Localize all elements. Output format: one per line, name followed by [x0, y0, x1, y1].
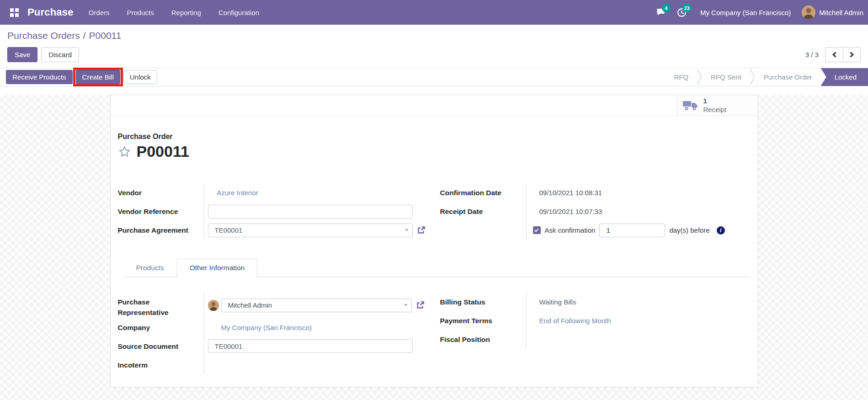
confirmation-date-label: Confirmation Date — [440, 183, 526, 202]
unlock-button[interactable]: Unlock — [123, 70, 157, 84]
confirmation-date-value: 09/10/2021 10:08:31 — [530, 189, 602, 197]
app-brand[interactable]: Purchase — [27, 6, 74, 18]
purchase-representative-label: Purchase Representative — [118, 293, 204, 318]
status-separator-icon — [697, 68, 702, 86]
user-menu[interactable]: Mitchell Admin — [802, 5, 863, 19]
pager-previous-button[interactable] — [825, 47, 843, 62]
pager — [825, 47, 861, 62]
billing-status-label: Billing Status — [440, 293, 526, 311]
favorite-star-icon[interactable] — [118, 145, 131, 158]
chevron-left-icon — [832, 52, 838, 58]
company-value-link[interactable]: My Company (San Francisco) — [208, 324, 312, 331]
receipt-date-value: 09/10/2021 10:07:33 — [530, 208, 602, 215]
notebook-tabs: Products Other Information — [123, 259, 751, 277]
other-information-pane: Purchase Representative — [118, 293, 751, 374]
statusbar: RFQ RFQ Sent Purchase Order Locked — [665, 68, 868, 86]
ask-confirmation-checkbox[interactable] — [533, 226, 541, 234]
title-block: Purchase Order P00011 — [118, 133, 751, 160]
save-button[interactable]: Save — [7, 47, 37, 62]
receipt-count: 1 — [703, 97, 727, 106]
company-switcher[interactable]: My Company (San Francisco) — [700, 9, 791, 16]
vendor-reference-label: Vendor Reference — [118, 202, 204, 221]
source-document-input[interactable] — [208, 339, 413, 353]
apps-menu-icon[interactable] — [6, 5, 22, 20]
info-icon — [717, 226, 725, 235]
content-area: 1 Receipt Purchase Order P00011 Vendor — [0, 95, 868, 400]
left-field-group: Vendor Azure Interior Vendor Reference P… — [118, 183, 428, 240]
grid-icon — [10, 8, 19, 17]
other-info-right-group: Billing Status Waiting Bills Payment Ter… — [440, 293, 751, 349]
fiscal-position-label: Fiscal Position — [440, 330, 526, 349]
user-avatar — [802, 5, 815, 19]
tab-products[interactable]: Products — [123, 259, 177, 277]
smart-button-strip: 1 Receipt — [111, 95, 758, 116]
menu-configuration[interactable]: Configuration — [210, 0, 268, 25]
action-bar: Receive Products Create Bill Unlock RFQ … — [0, 68, 868, 86]
user-name: Mitchell Admin — [819, 9, 863, 16]
menu-reporting[interactable]: Reporting — [163, 0, 210, 25]
source-document-label: Source Document — [118, 337, 204, 356]
activities-badge: 23 — [682, 4, 692, 12]
incoterm-label: Incoterm — [118, 356, 204, 374]
days-before-input[interactable] — [599, 224, 665, 237]
main-menu: Orders Products Reporting Configuration — [80, 0, 268, 25]
payment-terms-label: Payment Terms — [440, 311, 526, 330]
breadcrumb-parent[interactable]: Purchase Orders — [7, 30, 80, 41]
messages-badge: 4 — [662, 4, 671, 12]
form-sheet: 1 Receipt Purchase Order P00011 Vendor — [110, 95, 758, 387]
other-info-left-group: Purchase Representative — [118, 293, 428, 374]
vendor-value-link[interactable]: Azure Interior — [208, 189, 258, 197]
messages-button[interactable]: 4 — [652, 3, 670, 21]
purchase-agreement-input[interactable] — [208, 224, 413, 237]
billing-status-value: Waiting Bills — [530, 298, 576, 306]
external-link-icon[interactable] — [416, 301, 425, 309]
receipt-date-label: Receipt Date — [440, 202, 526, 221]
menu-orders[interactable]: Orders — [80, 0, 118, 25]
company-label: Company — [118, 318, 204, 337]
pager-next-button[interactable] — [843, 47, 861, 62]
receipt-smart-button[interactable]: 1 Receipt — [677, 95, 758, 116]
purchase-agreement-label: Purchase Agreement — [118, 221, 204, 240]
create-bill-button[interactable]: Create Bill — [76, 70, 120, 84]
truck-icon — [683, 100, 698, 112]
top-navbar: Purchase Orders Products Reporting Confi… — [0, 0, 868, 25]
activities-button[interactable]: 23 — [673, 3, 691, 21]
status-step-purchase-order[interactable]: Purchase Order — [755, 68, 821, 86]
breadcrumb-current: P00011 — [89, 30, 122, 41]
navbar-right: 4 23 My Company (San Francisco) Mitchell… — [652, 3, 863, 21]
status-step-locked-active[interactable]: Locked — [821, 68, 868, 86]
ask-confirmation-label: Ask confirmation — [545, 226, 596, 234]
breadcrumb: Purchase Orders/P00011 — [7, 30, 861, 41]
control-panel-buttons-row: Save Discard 3 / 3 — [7, 47, 861, 62]
main-field-groups: Vendor Azure Interior Vendor Reference P… — [118, 183, 751, 240]
status-step-rfq[interactable]: RFQ — [665, 68, 697, 86]
empty-label — [440, 221, 526, 240]
pager-counter: 3 / 3 — [805, 51, 819, 59]
external-link-icon[interactable] — [417, 226, 426, 235]
status-step-rfq-sent[interactable]: RFQ Sent — [702, 68, 750, 86]
discard-button[interactable]: Discard — [41, 47, 79, 62]
receipt-label: Receipt — [703, 106, 727, 114]
vendor-label: Vendor — [118, 183, 204, 202]
right-field-group: Confirmation Date 09/10/2021 10:08:31 Re… — [440, 183, 751, 240]
fiscal-position-value-empty[interactable] — [526, 330, 751, 349]
breadcrumb-separator: / — [83, 30, 86, 41]
control-panel: Purchase Orders/P00011 Save Discard 3 / … — [0, 25, 868, 68]
receive-products-button[interactable]: Receive Products — [6, 70, 73, 84]
document-type-label: Purchase Order — [118, 133, 751, 141]
chevron-right-icon — [848, 52, 854, 58]
payment-terms-value-link[interactable]: End of Following Month — [530, 317, 611, 325]
tab-other-information[interactable]: Other Information — [177, 259, 258, 277]
days-before-label: day(s) before — [669, 226, 709, 234]
purchase-representative-input[interactable] — [221, 299, 412, 312]
representative-avatar — [208, 300, 219, 311]
vendor-reference-input[interactable] — [208, 205, 413, 219]
incoterm-value-empty[interactable] — [204, 356, 428, 374]
menu-products[interactable]: Products — [118, 0, 163, 25]
status-separator-icon — [750, 68, 755, 86]
page-title: P00011 — [137, 143, 189, 160]
